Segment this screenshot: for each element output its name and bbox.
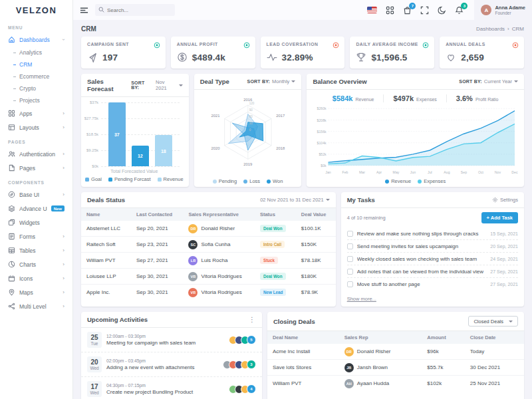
task-checkbox[interactable]	[347, 256, 353, 262]
sidebar-item-tables[interactable]: Tables›	[0, 243, 72, 257]
sidebar-item-charts[interactable]: Charts›	[0, 257, 72, 271]
more-count-badge[interactable]: 3	[247, 360, 256, 369]
breadcrumb-parent[interactable]: Dashboards	[476, 26, 505, 32]
sidebar-item-label: Multi Level	[19, 303, 59, 310]
legend-swatch	[243, 180, 247, 184]
y-axis-tick: $37k	[90, 100, 98, 104]
legend-item: Revenue	[158, 176, 184, 182]
sidebar-item-maps[interactable]: Maps›	[0, 285, 72, 299]
language-flag-icon[interactable]	[367, 7, 377, 13]
sidebar-subitem-crypto[interactable]: Crypto	[0, 82, 72, 94]
settings-label: Settings	[500, 197, 518, 203]
column-header: Last Contacted	[131, 208, 183, 221]
hamburger-icon[interactable]	[80, 6, 88, 15]
sidebar-subitem-analytics[interactable]: Analytics	[0, 47, 72, 59]
legend-label: Loss	[249, 178, 260, 184]
add-task-button[interactable]: + Add Task	[481, 212, 518, 223]
avatar: AH	[344, 379, 354, 388]
new-badge: New	[51, 205, 65, 211]
task-checkbox[interactable]	[347, 231, 353, 237]
task-checkbox[interactable]	[347, 269, 353, 275]
sidebar-subitem-projects[interactable]: Projects	[0, 94, 72, 106]
radar-axis-label: 2021	[211, 114, 219, 118]
table-row[interactable]: Raitech SoftSep 23, 2021SCSofia CunhaInt…	[81, 237, 336, 253]
table-row[interactable]: Save lots StoresJBJansh Brown$55.7k30 De…	[267, 360, 524, 376]
table-row[interactable]: Absternet LLCSep 20, 2021DRDonald Risher…	[81, 221, 336, 237]
sidebar-item-base-ui[interactable]: Base UI›	[0, 188, 72, 201]
sales-rep-cell: JBJansh Brown	[339, 360, 422, 376]
balance-stat-revenue: $584kRevenue	[332, 94, 374, 102]
balance-overview-sort[interactable]: SORT BY: Current Year	[459, 78, 518, 84]
more-count-badge[interactable]: 4	[247, 384, 256, 394]
column-header: Deal Value	[296, 208, 336, 221]
radar-ring-label: 90	[249, 108, 253, 112]
apps-icon	[8, 110, 15, 117]
chevron-down-icon	[509, 321, 513, 323]
sidebar-subitem-label: Analytics	[19, 49, 42, 56]
chevron-down-icon	[179, 84, 183, 86]
activity-avatars: 4	[229, 384, 256, 394]
activity-day: 20	[87, 358, 102, 366]
x-axis-tick: Aug	[444, 170, 450, 174]
deal-name-cell: Loiusee LLP	[81, 269, 131, 285]
radar-axis-label: 2020	[211, 146, 220, 150]
trend-down-circle-icon	[512, 42, 519, 49]
sidebar-item-apps[interactable]: Apps›	[0, 106, 72, 120]
y-axis-tick: $104k	[317, 141, 327, 145]
sidebar-item-authentication[interactable]: Authentication›	[0, 147, 72, 161]
fullscreen-icon[interactable]	[420, 6, 429, 15]
table-row[interactable]: William PVTSep 27, 2021LRLuis RochaStuck…	[81, 253, 336, 269]
amount-cell: $55.7k	[422, 360, 464, 376]
search-input[interactable]	[95, 4, 175, 16]
dark-mode-moon-icon[interactable]	[438, 6, 446, 15]
sidebar-item-forms[interactable]: Forms›	[0, 229, 72, 243]
legend-item: Won	[267, 178, 283, 184]
layouts-icon	[8, 124, 15, 131]
task-checkbox[interactable]	[347, 243, 353, 249]
sidebar-subitem-ecommerce[interactable]: Ecommerce	[0, 70, 72, 82]
sidebar-item-pages[interactable]: Pages›	[0, 161, 72, 175]
sales-forecast-sort[interactable]: SORT BY: Nov 2021	[131, 79, 183, 91]
task-text: Add notes that can be viewed from the in…	[357, 269, 487, 275]
apps-grid-icon[interactable]	[386, 6, 394, 15]
bar-pending-forcast[interactable]: 12	[132, 146, 149, 166]
activity-day: 17	[87, 383, 102, 390]
task-checkbox[interactable]	[347, 281, 353, 287]
sidebar-item-layouts[interactable]: Layouts›	[0, 120, 72, 134]
sidebar-item-widgets[interactable]: Widgets	[0, 215, 72, 229]
user-menu[interactable]: A Anna Adame Founder	[474, 0, 532, 20]
sidebar-item-advance-ui[interactable]: Advance UINew	[0, 201, 72, 215]
campaign-icon	[87, 52, 98, 63]
rep-name: Sofia Cunha	[201, 241, 230, 247]
bar-goal[interactable]: 37	[108, 102, 126, 166]
velzon-logo[interactable]: VELZON	[0, 0, 72, 20]
table-row[interactable]: William PVTAHAyaan Hudda$102k25 Nov 2021	[267, 376, 524, 392]
balance-stat-profit-ratio: 3.6%Profit Ratio	[456, 94, 499, 102]
chevron-down-icon	[514, 80, 518, 82]
legend-label: Pending Forcast	[114, 176, 151, 182]
more-count-badge[interactable]: 5	[247, 335, 256, 344]
sidebar-item-icons[interactable]: Icons›	[0, 271, 72, 285]
sidebar-subitem-crm[interactable]: CRM	[0, 59, 72, 70]
table-row[interactable]: Acme Inc InstallDRDonald Risher$96kToday	[267, 344, 524, 360]
sidebar-item-multi-level[interactable]: Multi Level›	[0, 299, 72, 313]
table-row[interactable]: Apple Inc.Sep 30, 2021VRVitoria Rodrigue…	[81, 285, 336, 301]
main-area: 7 3 A Anna Adame Founder	[73, 0, 532, 399]
status-cell: New Lead	[255, 285, 296, 301]
tasks-settings-button[interactable]: Settings	[492, 197, 518, 203]
cart-icon[interactable]: 7	[403, 6, 412, 15]
deals-status-daterange[interactable]: 02 Nov 2021 to 31 Dec 2021	[260, 197, 330, 203]
my-tasks-card: My Tasks Settings 4 of 10 remaining + Ad…	[341, 192, 524, 307]
bar-revenue[interactable]: 18	[155, 135, 172, 166]
closing-deals-filter[interactable]: Closed Deals	[468, 316, 518, 327]
sidebar-item-dashboards[interactable]: Dashboards›	[0, 33, 72, 47]
deal-type-title: Deal Type	[200, 78, 229, 85]
legend-label: Goal	[91, 176, 102, 182]
chevron-right-icon: ›	[63, 275, 65, 281]
table-row[interactable]: Loiusee LLPSep 30, 2021VRVitoria Rodrigu…	[81, 269, 336, 285]
trend-up-circle-icon	[154, 42, 160, 49]
deal-type-sort[interactable]: SORT BY: Monthly	[247, 78, 296, 84]
notifications-bell-icon[interactable]: 3	[455, 6, 464, 15]
show-more-link[interactable]: Show more...	[341, 295, 524, 307]
kebab-menu-icon[interactable]: ⋮	[249, 316, 256, 323]
